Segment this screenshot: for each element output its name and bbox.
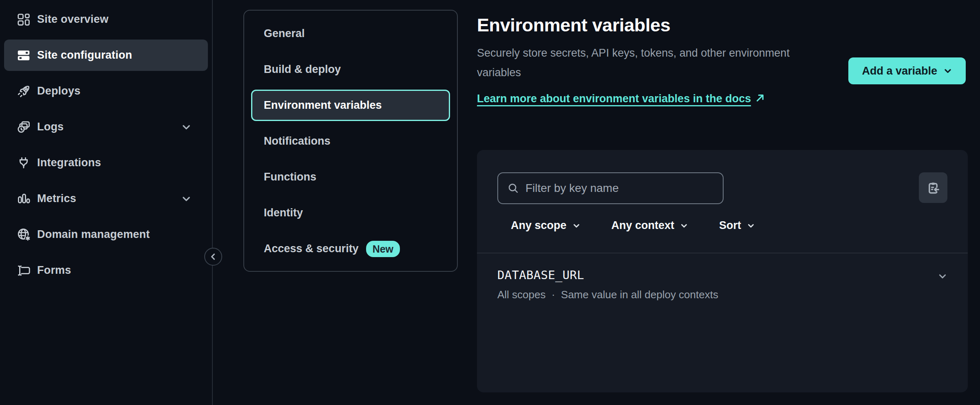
- sidebar-item-forms[interactable]: Forms: [4, 255, 208, 286]
- chevron-down-icon: [938, 271, 947, 281]
- sidebar: Site overview Site configuration: [0, 0, 213, 405]
- subnav-item-build-deploy[interactable]: Build & deploy: [251, 54, 450, 85]
- site-configuration-subnav: General Build & deploy Environment varia…: [243, 10, 458, 272]
- filter-label: Sort: [719, 219, 741, 232]
- sidebar-item-label: Site configuration: [37, 49, 132, 62]
- subnav-item-label: Notifications: [264, 135, 331, 147]
- sidebar-item-label: Forms: [37, 264, 71, 277]
- sidebar-item-domain-management[interactable]: Domain management: [4, 219, 208, 250]
- subnav-item-notifications[interactable]: Notifications: [251, 125, 450, 157]
- external-link-icon: [755, 93, 765, 103]
- rocket-icon: [16, 84, 31, 99]
- subnav-item-environment-variables[interactable]: Environment variables: [251, 90, 450, 121]
- bar-chart-icon: [16, 191, 31, 206]
- app-root: Site overview Site configuration: [0, 0, 980, 405]
- filter-bar: Any scope Any context Sort: [511, 219, 755, 232]
- sidebar-item-metrics[interactable]: Metrics: [4, 183, 208, 214]
- sidebar-item-label: Domain management: [37, 228, 150, 241]
- plug-icon: [16, 156, 31, 170]
- chevron-down-icon: [572, 222, 580, 230]
- search-input-wrapper[interactable]: [497, 172, 724, 204]
- chevron-down-icon: [181, 122, 192, 132]
- subnav-item-label: Identity: [264, 207, 303, 219]
- subnav-item-label: Build & deploy: [264, 63, 341, 76]
- sidebar-item-label: Deploys: [37, 85, 80, 97]
- grid-icon: [16, 12, 31, 27]
- subnav-item-label: Functions: [264, 171, 316, 183]
- subnav-item-functions[interactable]: Functions: [251, 161, 450, 193]
- chevron-down-icon: [680, 222, 688, 230]
- docs-link-label: Learn more about environment variables i…: [477, 92, 751, 105]
- sidebar-item-deploys[interactable]: Logs Deploys: [4, 75, 208, 107]
- subnav-item-label: General: [264, 27, 305, 40]
- subnav-item-label: Environment variables: [264, 99, 382, 112]
- search-icon: [507, 182, 519, 194]
- sidebar-item-label: Integrations: [37, 156, 101, 169]
- form-input-icon: [16, 263, 31, 278]
- sidebar-item-label: Logs: [37, 121, 64, 133]
- sidebar-collapse-button[interactable]: [204, 248, 222, 266]
- page-title: Environment variables: [477, 15, 968, 36]
- chevron-left-icon: [209, 252, 218, 261]
- clipboard-import-icon: [926, 181, 940, 195]
- add-variable-button[interactable]: Add a variable: [848, 57, 966, 84]
- subnav-item-identity[interactable]: Identity: [251, 197, 450, 229]
- subnav-item-access-security[interactable]: Access & security New: [251, 233, 450, 264]
- sidebar-item-label: Site overview: [37, 13, 108, 26]
- subnav-item-general[interactable]: General: [251, 18, 450, 49]
- sort-dropdown[interactable]: Sort: [719, 219, 755, 232]
- filter-label: Any context: [611, 219, 675, 232]
- scope-filter-dropdown[interactable]: Any scope: [511, 219, 580, 232]
- filter-key-input[interactable]: [525, 182, 714, 195]
- env-var-meta: All scopes · Same value in all deploy co…: [497, 288, 718, 301]
- sidebar-item-logs[interactable]: Logs: [4, 111, 208, 143]
- sidebar-item-site-configuration[interactable]: Site configuration: [4, 40, 208, 71]
- import-env-button[interactable]: [919, 172, 947, 203]
- sidebar-item-integrations[interactable]: Integrations: [4, 147, 208, 178]
- globe-icon: [16, 227, 31, 242]
- logs-clock-icon: [16, 120, 31, 134]
- docs-link[interactable]: Learn more about environment variables i…: [477, 89, 765, 108]
- filter-label: Any scope: [511, 219, 567, 232]
- sidebar-item-label: Metrics: [37, 192, 76, 205]
- context-filter-dropdown[interactable]: Any context: [611, 219, 689, 232]
- env-vars-panel: Any scope Any context Sort: [477, 150, 968, 392]
- page-description: Securely store secrets, API keys, tokens…: [477, 43, 791, 82]
- server-icon: [16, 48, 31, 63]
- main-content: Environment variables Securely store sec…: [477, 0, 968, 405]
- add-variable-label: Add a variable: [862, 65, 937, 77]
- env-var-info: DATABASE_URL All scopes · Same value in …: [497, 268, 718, 301]
- env-var-key: DATABASE_URL: [497, 268, 584, 282]
- env-var-row[interactable]: DATABASE_URL All scopes · Same value in …: [477, 253, 968, 392]
- chevron-down-icon: [181, 194, 192, 204]
- subnav-item-label: Access & security: [264, 242, 359, 255]
- sidebar-item-site-overview[interactable]: Site overview: [4, 4, 208, 35]
- new-badge: New: [366, 241, 400, 257]
- chevron-down-icon: [747, 222, 755, 230]
- chevron-down-icon: [943, 66, 952, 75]
